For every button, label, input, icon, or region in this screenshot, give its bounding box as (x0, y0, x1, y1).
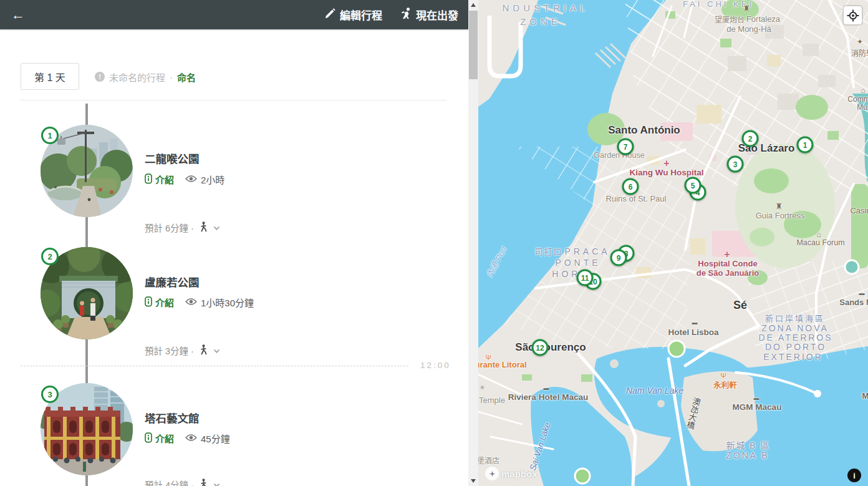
duration: 2小時 (185, 173, 224, 186)
eye-icon (185, 433, 197, 444)
checkpoint-time: 12:00 (420, 361, 451, 370)
transit-row[interactable]: 預計 4分鐘 · (145, 478, 220, 486)
map-marker-layer: 481012356791112 (478, 0, 868, 486)
duration: 45分鐘 (185, 432, 230, 445)
run-icon (401, 7, 412, 22)
stop-number-badge: 2 (41, 248, 59, 265)
map-marker-2[interactable]: 2 (742, 130, 759, 147)
stop-title[interactable]: 盧廉若公園 (145, 274, 200, 289)
map-marker-1[interactable]: 1 (797, 137, 814, 153)
scroll-up-button[interactable] (468, 0, 478, 10)
intro-label: 介紹 (155, 432, 174, 445)
walk-icon (200, 479, 208, 486)
eye-icon (185, 174, 197, 185)
duration-label: 1小時30分鐘 (201, 296, 254, 309)
stop-info-row: 介紹 2小時 (145, 173, 224, 186)
duration: 1小時30分鐘 (185, 296, 254, 309)
depart-now-label: 現在出發 (416, 7, 458, 22)
intro-label: 介紹 (155, 296, 174, 309)
app-header: ← 編輯行程 現在出發 (0, 0, 468, 29)
map-marker-11[interactable]: 11 (577, 270, 594, 286)
alert-icon: ! (95, 72, 105, 82)
mapbox-icon (485, 467, 499, 480)
transit-row[interactable]: 預計 3分鐘 · (145, 344, 220, 357)
walk-icon (200, 344, 208, 357)
edit-trip-label: 編輯行程 (340, 7, 382, 22)
transit-label: 預計 3分鐘 · (145, 344, 194, 357)
checkpoint-divider (21, 366, 408, 366)
stop-number-badge: 1 (41, 127, 59, 144)
map-marker-3[interactable]: 3 (727, 156, 744, 173)
map-marker-6[interactable]: 6 (622, 178, 639, 195)
pencil-icon (325, 8, 335, 22)
stop-title[interactable]: 二龍喉公園 (145, 150, 200, 166)
info-icon (145, 173, 152, 186)
duration-label: 2小時 (201, 173, 224, 186)
crosshair-icon (847, 9, 859, 22)
depart-now-button[interactable]: 現在出發 (401, 7, 458, 22)
transit-label: 預計 4分鐘 · (145, 478, 194, 486)
divider (21, 100, 447, 100)
intro-label: 介紹 (155, 173, 174, 186)
info-icon (145, 296, 152, 309)
itinerary-panel: ← 編輯行程 現在出發 第 1 天 ! 未命名的行程 · 命名 (0, 0, 468, 486)
chevron-down-icon (213, 223, 220, 233)
mapbox-logo[interactable]: mapbox (485, 467, 538, 480)
mapbox-wordmark: mapbox (501, 469, 538, 479)
map-marker-12[interactable]: 12 (532, 339, 549, 356)
intro-link[interactable]: 介紹 (145, 296, 174, 309)
geolocate-button[interactable] (844, 6, 862, 24)
map-marker-5[interactable]: 5 (685, 177, 702, 194)
scroll-down-button[interactable] (468, 476, 478, 486)
intro-link[interactable]: 介紹 (145, 173, 174, 186)
transit-label: 預計 6分鐘 · (145, 221, 194, 234)
back-button[interactable]: ← (11, 8, 25, 22)
walk-icon (200, 221, 208, 234)
info-icon (145, 432, 152, 445)
duration-label: 45分鐘 (201, 432, 230, 445)
trip-name-label: 未命名的行程 (109, 70, 165, 84)
scrollbar-thumb[interactable] (469, 11, 478, 79)
stop-info-row: 介紹 1小時30分鐘 (145, 296, 254, 309)
trip-name-row: ! 未命名的行程 · 命名 (95, 66, 196, 87)
stop-title[interactable]: 塔石藝文館 (145, 410, 200, 425)
map[interactable]: NDUSTRIALZONEFAI CHI KEI望廈炮台Fortalezade … (478, 0, 868, 486)
eye-icon (185, 297, 197, 308)
scrollbar (468, 0, 478, 486)
attribution-info-button[interactable]: i (847, 469, 861, 482)
edit-trip-button[interactable]: 編輯行程 (325, 7, 382, 22)
stop-info-row: 介紹 45分鐘 (145, 432, 230, 445)
day-tab[interactable]: 第 1 天 (21, 63, 79, 90)
separator-dot: · (170, 72, 173, 82)
rename-link[interactable]: 命名 (177, 70, 196, 84)
intro-link[interactable]: 介紹 (145, 432, 174, 445)
map-marker-7[interactable]: 7 (617, 139, 634, 155)
chevron-down-icon (213, 346, 220, 356)
transit-row[interactable]: 預計 6分鐘 · (145, 221, 220, 234)
chevron-down-icon (213, 480, 220, 486)
map-marker-9[interactable]: 9 (610, 250, 627, 266)
stop-number-badge: 3 (41, 386, 59, 403)
